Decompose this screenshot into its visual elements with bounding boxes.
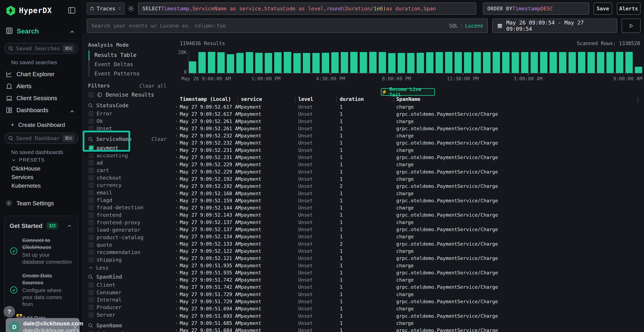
filter-option-accounting[interactable]: accounting [88, 152, 173, 159]
sidebar-item-chart-explorer[interactable]: Chart Explorer [0, 70, 82, 80]
table-row[interactable]: ›May 27 9:09:52.144 AMpaymentUnset1charg… [173, 204, 644, 212]
filter-option-recommendation[interactable]: recommendation [88, 249, 173, 256]
table-row[interactable]: ›May 27 9:09:51.742 AMpaymentUnset1charg… [173, 276, 644, 284]
table-row[interactable]: ›May 27 9:09:52.617 AMpaymentUnset1grpc.… [173, 110, 644, 118]
table-row[interactable]: ›May 27 9:09:52.192 AMpaymentUnset2grpc.… [173, 183, 644, 190]
date-range-picker[interactable]: May 26 09:09:54 - May 27 09:09:54 [492, 18, 617, 33]
checkbox[interactable] [89, 205, 94, 210]
table-row[interactable]: ›May 27 9:09:52.261 AMpaymentUnset1grpc.… [173, 125, 644, 132]
sidebar-item-client-sessions[interactable]: Client Sessions [0, 94, 82, 104]
alerts-button[interactable]: Alerts [617, 2, 640, 15]
clear-all-link[interactable]: Clear all [139, 83, 166, 89]
checkbox[interactable] [89, 175, 94, 180]
user-menu[interactable]: D dale@clickhouse.com dale@clickhouse.co… [6, 318, 80, 332]
col-timestamp[interactable]: Timestamp (Local) [180, 96, 231, 102]
table-row[interactable]: ›May 27 9:09:52.137 AMpaymentUnset1charg… [173, 219, 644, 226]
checkbox[interactable] [89, 126, 94, 131]
checkbox[interactable] [89, 212, 94, 218]
sidebar-item-dashboards[interactable]: Dashboards [0, 106, 82, 116]
column-resize-handle[interactable] [237, 96, 238, 102]
table-row[interactable]: ›May 27 9:09:51.685 AMpaymentUnset1charg… [173, 320, 644, 327]
create-dashboard-button[interactable]: + Create Dashboard [0, 121, 82, 130]
filter-option-Unset[interactable]: Unset [88, 125, 173, 132]
chevron-up-icon[interactable] [69, 28, 75, 35]
checkbox[interactable] [89, 190, 94, 195]
mode-lucene-toggle[interactable]: Lucene [465, 23, 483, 29]
filter-option-product-catalog[interactable]: product-catalog [88, 234, 173, 241]
table-row[interactable]: ›May 27 9:09:51.742 AMpaymentUnset1grpc.… [173, 284, 644, 291]
checkbox[interactable] [89, 168, 94, 173]
filter-option-load-generator[interactable]: load-generator [88, 226, 173, 234]
checkbox[interactable] [89, 282, 94, 288]
sql-select-input[interactable]: SELECT Timestamp, ServiceName as service… [138, 2, 476, 15]
table-row[interactable]: ›May 27 9:09:52.159 AMpaymentUnset1grpc.… [173, 197, 644, 204]
denoise-results-option[interactable]: Denoise Results [88, 92, 154, 98]
collapse-sidebar-icon[interactable] [68, 6, 76, 15]
table-row[interactable]: ›May 27 9:09:52.134 AMpaymentUnset1charg… [173, 233, 644, 240]
checkbox[interactable] [89, 160, 94, 165]
checkbox[interactable]: ✓ [89, 146, 94, 150]
filter-option-Client[interactable]: Client [88, 281, 173, 289]
checkbox[interactable] [89, 118, 94, 124]
checkbox[interactable] [89, 290, 94, 295]
column-resize-handle[interactable] [393, 96, 394, 102]
table-row[interactable]: ›May 27 9:09:52.229 AMpaymentUnset1charg… [173, 161, 644, 168]
checkbox[interactable] [89, 312, 94, 317]
filter-group-servicename[interactable]: ServiceName [88, 136, 132, 142]
filter-option-shipping[interactable]: shipping [88, 256, 173, 264]
table-row[interactable]: ›May 27 9:09:52.160 AMpaymentUnset1charg… [173, 190, 644, 197]
table-row[interactable]: ›May 27 9:09:51.693 AMpaymentUnset1grpc.… [173, 312, 644, 320]
denoise-checkbox[interactable] [88, 92, 94, 97]
table-row[interactable]: ›May 27 9:09:52.133 AMpaymentUnset2grpc.… [173, 240, 644, 248]
table-row[interactable]: ›May 27 9:09:52.137 AMpaymentUnset1grpc.… [173, 226, 644, 233]
filter-option-cart[interactable]: cart [88, 166, 173, 174]
saved-dashboards-input[interactable]: Saved Dashboards ⌘K [4, 133, 78, 144]
filter-option-frontend[interactable]: frontend [88, 211, 173, 219]
get-started-item[interactable]: Create Data SourcesConfigure where your … [10, 272, 72, 308]
show-less-toggle[interactable]: Less [88, 265, 108, 271]
checkbox[interactable] [89, 111, 94, 116]
resume-live-tail-button[interactable]: ⚡ Resume Live Tail [381, 88, 435, 96]
checkbox[interactable] [89, 297, 94, 302]
filter-group-spanname[interactable]: SpanName [88, 322, 122, 328]
analysis-mode-event-deltas[interactable]: Event Deltas [94, 61, 133, 68]
col-level[interactable]: level [298, 96, 313, 102]
filter-option-email[interactable]: email [88, 189, 173, 196]
filter-option-flagd[interactable]: flagd [88, 196, 173, 204]
servicename-clear-link[interactable]: Clear [152, 136, 166, 142]
filter-option-currency[interactable]: currency [88, 182, 173, 189]
sidebar-item-search[interactable]: Search [0, 26, 82, 37]
checkbox[interactable] [89, 242, 94, 248]
checkbox[interactable] [89, 220, 94, 225]
filter-option-quote[interactable]: quote [88, 241, 173, 249]
table-row[interactable]: ›May 27 9:09:51.935 AMpaymentUnset1charg… [173, 262, 644, 269]
filter-option-Ok[interactable]: Ok [88, 117, 173, 125]
checkbox[interactable] [89, 198, 94, 203]
filter-option-checkout[interactable]: checkout [88, 174, 173, 182]
filter-option-Internal[interactable]: Internal [88, 296, 173, 304]
checkbox[interactable] [89, 331, 94, 332]
checkbox[interactable] [89, 183, 94, 188]
source-select[interactable]: Traces [87, 2, 125, 15]
run-query-button[interactable] [622, 18, 640, 33]
sidebar-preset-services[interactable]: Services [0, 173, 82, 182]
checkbox[interactable] [89, 153, 94, 158]
table-row[interactable]: ›May 27 9:09:52.229 AMpaymentUnset1grpc.… [173, 168, 644, 176]
table-row[interactable]: ›May 27 9:09:52.231 AMpaymentUnset1grpc.… [173, 154, 644, 161]
chevron-up-icon[interactable] [69, 108, 75, 115]
presets-toggle[interactable]: PRESETS [0, 157, 82, 164]
filter-option-fraud-detection[interactable]: fraud-detection [88, 204, 173, 212]
table-row[interactable]: ›May 27 9:09:52.261 AMpaymentUnset1charg… [173, 118, 644, 125]
table-row[interactable]: ›May 27 9:09:52.143 AMpaymentUnset1grpc.… [173, 212, 644, 218]
table-options-kebab-icon[interactable]: ⋮ [635, 96, 641, 103]
checkbox[interactable] [89, 235, 94, 240]
saved-searches-input[interactable]: Saved Searches ⌘K [4, 43, 78, 54]
filter-option-frontend-proxy[interactable]: frontend-proxy [88, 219, 173, 226]
chevron-up-icon[interactable] [66, 223, 72, 229]
order-by-input[interactable]: ORDER BY Timestamp DESC [483, 2, 589, 15]
checkbox[interactable] [89, 257, 94, 262]
table-row[interactable]: ›May 27 9:09:51.935 AMpaymentUnset1grpc.… [173, 269, 644, 276]
filter-option-Consumer[interactable]: Consumer [88, 289, 173, 296]
table-row[interactable]: ›May 27 9:09:52.617 AMpaymentUnset1charg… [173, 104, 644, 110]
get-started-item[interactable]: Connect to ClickHouseSet up your databas… [10, 237, 72, 265]
